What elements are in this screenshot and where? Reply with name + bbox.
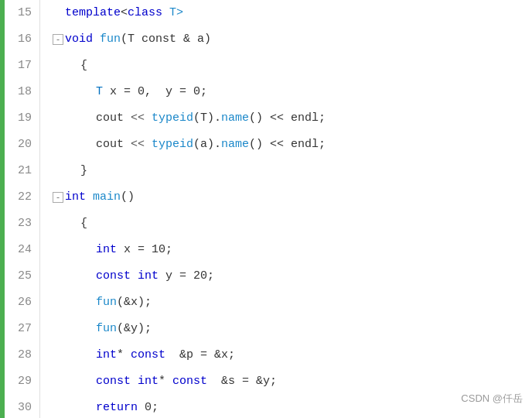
code-token: cout [96,132,124,158]
code-token: < [121,0,128,26]
code-token [131,263,138,290]
code-token: * [159,368,172,395]
code-area[interactable]: template<class T>-void fun(T const & a){… [40,0,532,418]
code-token: class [128,0,162,26]
line-number: 19 [5,105,32,132]
code-token: x = 10; [117,237,172,263]
code-token: int [96,237,117,263]
table-row: -int main() [46,184,532,211]
code-token [86,184,93,211]
code-token: name [221,132,249,158]
code-token: (&y); [117,316,152,342]
code-token: x = 0, y = 0; [103,79,207,105]
code-token: main [93,184,121,211]
code-token: typeid [152,132,193,158]
table-row: const int* const &s = &y; [46,368,532,395]
table-row: { [46,211,532,237]
line-number: 17 [5,53,32,79]
line-number: 24 [5,237,32,263]
code-token: () << endl; [249,105,326,132]
table-row: template<class T> [46,0,532,26]
code-token: fun [96,290,117,316]
table-row: { [46,53,532,79]
code-token: << [124,105,152,132]
line-number: 30 [5,395,32,418]
code-token: cout [96,105,124,132]
code-token: &p = &x; [165,342,235,368]
code-token: (&x); [117,290,152,316]
code-token: () << endl; [249,132,326,158]
code-token: T> [162,0,183,26]
line-numbers: 15161718192021222324252627282930 [5,0,40,418]
fold-icon[interactable]: - [53,34,63,45]
code-token: fun [100,26,121,53]
code-token: name [221,105,249,132]
code-token: void [65,26,93,53]
code-token: int [138,263,159,290]
line-number: 22 [5,184,32,211]
code-token: (a). [193,132,221,158]
code-token: int [138,368,159,395]
code-token: 0; [138,395,159,418]
code-token: int [65,184,86,211]
line-number: 28 [5,342,32,368]
table-row: cout << typeid(T).name() << endl; [46,105,532,132]
table-row: fun(&y); [46,316,532,342]
code-token: return [96,395,138,418]
fold-icon[interactable]: - [53,192,63,203]
line-number: 21 [5,158,32,184]
code-token: * [117,342,131,368]
code-token: () [121,184,135,211]
line-number: 29 [5,368,32,395]
line-number: 16 [5,26,32,53]
line-number: 25 [5,263,32,290]
line-number: 18 [5,79,32,105]
code-token: (T const & a) [121,26,211,53]
code-token: y = 20; [159,263,214,290]
table-row: fun(&x); [46,290,532,316]
code-token: const [96,263,131,290]
code-token: &s = &y; [207,368,277,395]
code-token: T [96,79,103,105]
code-token [131,368,138,395]
table-row: } [46,158,532,184]
code-token: } [80,158,87,184]
table-row: const int y = 20; [46,263,532,290]
line-number: 27 [5,316,32,342]
table-row: int* const &p = &x; [46,342,532,368]
code-token [93,26,100,53]
code-token: << [124,132,152,158]
code-token: const [96,368,131,395]
code-token: int [96,342,117,368]
code-token: { [80,53,87,79]
code-token: const [131,342,165,368]
table-row: -void fun(T const & a) [46,26,532,53]
code-token: const [172,368,207,395]
code-token: template [65,0,121,26]
code-token: fun [96,316,117,342]
code-container: 15161718192021222324252627282930 templat… [0,0,532,418]
code-token: typeid [152,105,193,132]
table-row: cout << typeid(a).name() << endl; [46,132,532,158]
line-number: 23 [5,211,32,237]
watermark: CSDN @仟岳 [461,385,523,412]
table-row: T x = 0, y = 0; [46,79,532,105]
table-row: return 0; [46,395,532,418]
table-row: int x = 10; [46,237,532,263]
line-number: 15 [5,0,32,26]
line-number: 20 [5,132,32,158]
line-number: 26 [5,290,32,316]
code-token: { [80,211,87,237]
code-token: (T). [193,105,221,132]
